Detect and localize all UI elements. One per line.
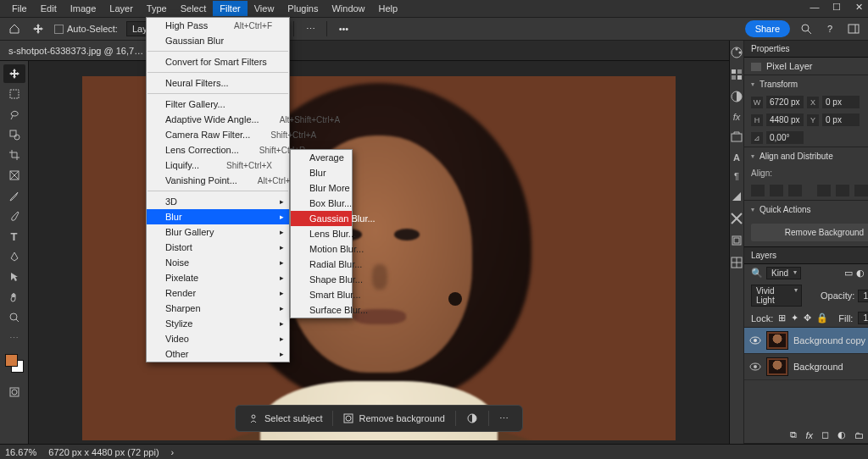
menu-item-3d[interactable]: 3D (147, 194, 289, 209)
marquee-tool[interactable] (3, 85, 25, 103)
menu-item[interactable]: Blur (291, 165, 352, 180)
frame-tool[interactable] (3, 166, 25, 185)
tools-panel-icon[interactable] (730, 212, 743, 225)
menu-item-noise[interactable]: Noise (147, 255, 289, 270)
menu-item[interactable]: Smart Blur... (291, 287, 352, 302)
width-field[interactable]: 6720 px (766, 96, 804, 108)
menu-layer[interactable]: Layer (103, 1, 140, 16)
menu-item-other[interactable]: Other (147, 346, 289, 362)
fill-field[interactable]: 100% (858, 312, 868, 324)
adjustments-icon[interactable] (458, 406, 487, 431)
more-options-icon[interactable]: ••• (336, 21, 351, 36)
menu-item[interactable]: Filter Gallery... (147, 97, 289, 112)
select-subject-button[interactable]: Select subject (241, 406, 331, 431)
menu-item[interactable]: Adaptive Wide Angle...Alt+Shift+Ctrl+A (147, 112, 289, 127)
history-panel-icon[interactable] (730, 234, 743, 247)
zoom-level[interactable]: 16.67% (5, 447, 36, 457)
blend-mode-select[interactable]: Vivid Light (751, 285, 802, 307)
workspace-icon[interactable] (846, 21, 861, 36)
help-icon[interactable]: ? (822, 21, 837, 36)
layer-row[interactable]: Background copy (744, 328, 868, 354)
layer-mask-icon[interactable]: ◻ (821, 429, 829, 440)
align-cv-icon[interactable] (836, 185, 849, 196)
menu-filter[interactable]: Filter (213, 1, 247, 16)
align-ch-icon[interactable] (770, 185, 783, 196)
color-panel-icon[interactable] (730, 46, 743, 59)
menu-item[interactable]: Blur More (291, 180, 352, 196)
eyedropper-tool[interactable] (3, 186, 25, 205)
remove-background-button[interactable]: Remove background (335, 406, 453, 431)
height-field[interactable]: 4480 px (766, 113, 804, 126)
filter-kind-icon[interactable]: 🔍 (751, 268, 763, 279)
window-close-icon[interactable]: ✕ (853, 2, 865, 13)
menu-file[interactable]: File (5, 1, 34, 16)
layer-fx-icon[interactable]: fx (805, 430, 813, 440)
layer-name[interactable]: Background (793, 362, 843, 372)
color-swatches[interactable] (5, 354, 24, 373)
libraries-panel-icon[interactable] (730, 130, 743, 144)
distribute-icon[interactable]: ⋯ (303, 21, 318, 36)
window-minimize-icon[interactable]: — (809, 2, 821, 13)
y-field[interactable]: 0 px (822, 113, 860, 126)
adjustment-layer-icon[interactable]: ◐ (837, 429, 846, 440)
menu-item[interactable]: Shape Blur... (291, 272, 352, 287)
properties-panel-tab[interactable]: Properties (744, 41, 868, 58)
align-r-icon[interactable] (788, 185, 802, 196)
menu-item[interactable]: Motion Blur... (291, 241, 352, 257)
search-icon[interactable] (798, 21, 814, 36)
auto-select-checkbox[interactable]: Auto-Select: (54, 24, 118, 35)
remove-background-qa-button[interactable]: Remove Background (751, 224, 868, 241)
menu-window[interactable]: Window (325, 1, 371, 16)
paragraph-panel-icon[interactable]: ¶ (734, 171, 739, 181)
patterns-panel-icon[interactable] (730, 256, 743, 269)
adjustments-panel-icon[interactable] (730, 90, 743, 103)
menu-plugins[interactable]: Plugins (281, 1, 325, 16)
menu-item[interactable]: Lens Blur... (291, 226, 352, 241)
edit-toolbar-icon[interactable]: ⋯ (3, 329, 25, 347)
menu-item[interactable]: Surface Blur... (291, 302, 352, 318)
home-icon[interactable] (7, 21, 22, 36)
layer-name[interactable]: Background copy (793, 335, 865, 346)
type-tool[interactable]: T (3, 227, 25, 246)
menu-item[interactable]: Vanishing Point...Alt+Ctrl+V (147, 173, 289, 188)
menu-item-pixelate[interactable]: Pixelate (147, 270, 289, 285)
menu-item-sharpen[interactable]: Sharpen (147, 301, 289, 316)
document-tab[interactable]: s-shotpot-6338373.jpg @ 16,7% (Backgroun… (0, 41, 170, 60)
menu-item-distort[interactable]: Distort (147, 240, 289, 255)
menu-item[interactable]: Radial Blur... (291, 257, 352, 272)
menu-view[interactable]: View (248, 1, 281, 16)
gradients-panel-icon[interactable] (730, 190, 743, 203)
lock-pixel-icon[interactable]: ✥ (804, 312, 811, 324)
lock-all-icon[interactable]: ⊞ (778, 312, 786, 324)
menu-select[interactable]: Select (174, 1, 214, 16)
foreground-color[interactable] (5, 354, 18, 367)
menu-item-blur-gallery[interactable]: Blur Gallery (147, 224, 289, 240)
menu-item[interactable]: Gaussian Blur (147, 33, 289, 48)
menu-item[interactable]: High PassAlt+Ctrl+F (147, 18, 289, 33)
angle-field[interactable]: 0,00° (766, 131, 804, 144)
visibility-icon[interactable] (749, 336, 761, 345)
menu-help[interactable]: Help (372, 1, 405, 16)
menu-item[interactable]: Convert for Smart Filters (147, 54, 289, 69)
character-panel-icon[interactable]: A (733, 152, 740, 163)
lock-full-icon[interactable]: 🔒 (816, 312, 828, 324)
align-section[interactable]: Align and Distribute (744, 147, 868, 165)
hand-tool[interactable] (3, 288, 25, 307)
menu-item-blur[interactable]: Blur (147, 209, 289, 224)
brush-tool[interactable] (3, 207, 25, 225)
quick-mask-icon[interactable] (3, 383, 25, 401)
lasso-tool[interactable] (3, 105, 25, 124)
transform-section[interactable]: Transform (744, 75, 868, 93)
link-layers-icon[interactable]: ⧉ (790, 429, 797, 440)
menu-item[interactable]: Liquify...Shift+Ctrl+X (147, 158, 289, 173)
filter-pixel-icon[interactable]: ▭ (844, 268, 853, 279)
crop-tool[interactable] (3, 146, 25, 164)
menu-image[interactable]: Image (64, 1, 103, 16)
visibility-icon[interactable] (749, 362, 761, 371)
menu-item[interactable]: Lens Correction...Shift+Ctrl+R (147, 142, 289, 158)
more-icon[interactable]: ⋯ (491, 406, 517, 431)
move-tool[interactable] (3, 64, 25, 83)
filter-kind-select[interactable]: Kind (766, 267, 801, 279)
menu-item[interactable]: Box Blur... (291, 196, 352, 211)
selection-tool[interactable] (3, 125, 25, 144)
